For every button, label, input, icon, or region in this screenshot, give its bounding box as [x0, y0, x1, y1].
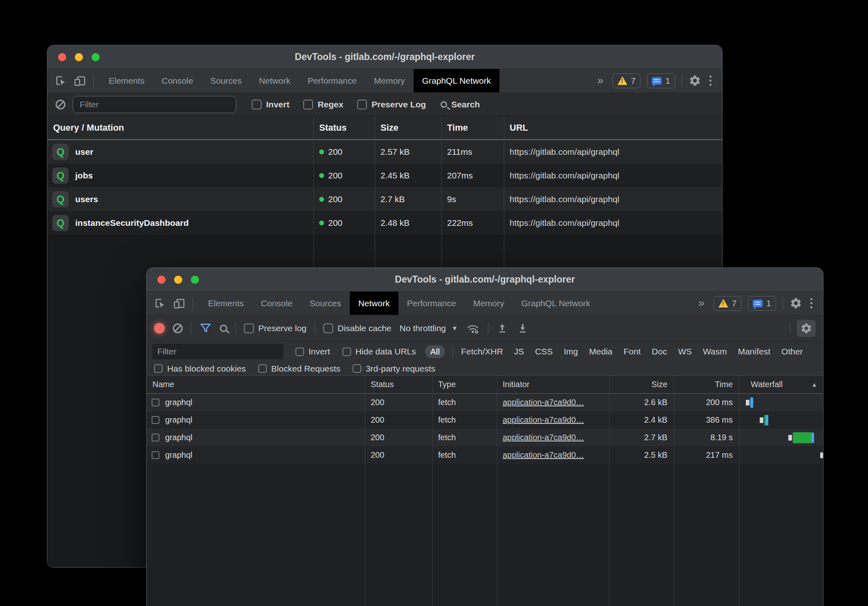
throttling-select[interactable]: No throttling ▼: [400, 323, 458, 333]
titlebar[interactable]: DevTools - gitlab.com/-/graphql-explorer: [47, 45, 722, 69]
close-button[interactable]: [58, 53, 66, 61]
column-header-size[interactable]: Size: [375, 123, 441, 133]
table-row[interactable]: Qusers 200 2.7 kB 9s https://gitlab.com/…: [47, 187, 722, 211]
preserve-log-checkbox[interactable]: [357, 100, 367, 109]
network-conditions-icon[interactable]: [466, 322, 480, 334]
preserve-log-toggle[interactable]: Preserve Log: [357, 100, 426, 109]
initiator-link[interactable]: application-a7ca9d0…: [497, 398, 609, 407]
type-filter-doc[interactable]: Doc: [652, 347, 667, 356]
initiator-link[interactable]: application-a7ca9d0…: [497, 433, 609, 442]
more-tabs-chevron-icon[interactable]: »: [696, 297, 707, 310]
tab-memory[interactable]: Memory: [465, 292, 513, 315]
network-settings-gear-icon[interactable]: [797, 320, 816, 337]
row-checkbox[interactable]: [152, 416, 159, 424]
hide-data-urls-toggle[interactable]: Hide data URLs: [342, 347, 416, 356]
row-checkbox[interactable]: [152, 451, 159, 459]
has-blocked-cookies-checkbox[interactable]: [154, 364, 163, 373]
initiator-link[interactable]: application-a7ca9d0…: [497, 450, 609, 460]
column-header-time[interactable]: Time: [441, 123, 504, 133]
column-header-size[interactable]: Size: [609, 380, 674, 389]
row-checkbox[interactable]: [152, 399, 159, 406]
export-har-icon[interactable]: [517, 323, 528, 334]
type-filter-ws[interactable]: WS: [678, 347, 692, 356]
row-checkbox[interactable]: [152, 434, 159, 441]
gear-icon[interactable]: [790, 297, 802, 310]
search-control[interactable]: Search: [441, 100, 480, 109]
tab-elements[interactable]: Elements: [199, 292, 253, 315]
invert-toggle[interactable]: Invert: [252, 100, 289, 109]
inspect-icon[interactable]: [154, 297, 166, 310]
tab-graphql-network[interactable]: GraphQL Network: [414, 69, 499, 92]
invert-checkbox[interactable]: [252, 100, 262, 109]
table-row[interactable]: Quser 200 2.57 kB 211ms https://gitlab.c…: [47, 140, 722, 164]
search-icon[interactable]: [220, 325, 227, 332]
device-toolbar-icon[interactable]: [173, 297, 186, 310]
filter-funnel-icon[interactable]: [199, 322, 212, 334]
tab-console[interactable]: Console: [253, 292, 301, 315]
column-header-status[interactable]: Status: [365, 380, 432, 389]
table-row[interactable]: Qjobs 200 2.45 kB 207ms https://gitlab.c…: [47, 164, 722, 187]
tab-performance[interactable]: Performance: [398, 292, 465, 315]
type-filter-manifest[interactable]: Manifest: [738, 347, 770, 356]
device-toolbar-icon[interactable]: [74, 75, 87, 87]
column-header-status[interactable]: Status: [313, 123, 375, 133]
column-header-time[interactable]: Time: [674, 380, 739, 389]
table-row[interactable]: graphql 200 fetch application-a7ca9d0… 2…: [147, 411, 823, 429]
preserve-log-checkbox[interactable]: [244, 323, 254, 333]
tab-performance[interactable]: Performance: [299, 69, 365, 92]
filter-input[interactable]: [73, 96, 236, 113]
tab-sources[interactable]: Sources: [301, 292, 350, 315]
gear-icon[interactable]: [689, 74, 701, 87]
tab-graphql-network[interactable]: GraphQL Network: [513, 292, 599, 315]
table-row[interactable]: graphql 200 fetch application-a7ca9d0… 2…: [147, 429, 823, 446]
type-filter-wasm[interactable]: Wasm: [703, 347, 727, 356]
regex-toggle[interactable]: Regex: [303, 100, 343, 109]
type-filter-css[interactable]: CSS: [535, 347, 553, 356]
column-header-initiator[interactable]: Initiator: [497, 380, 609, 389]
tab-network[interactable]: Network: [350, 292, 398, 315]
third-party-requests-toggle[interactable]: 3rd-party requests: [353, 364, 435, 374]
tab-network[interactable]: Network: [251, 69, 299, 92]
type-filter-img[interactable]: Img: [564, 347, 578, 356]
inspect-icon[interactable]: [55, 75, 67, 87]
zoom-button[interactable]: [191, 276, 199, 284]
third-party-requests-checkbox[interactable]: [353, 364, 361, 373]
hide-data-urls-checkbox[interactable]: [342, 348, 351, 356]
kebab-menu-icon[interactable]: [708, 76, 713, 86]
has-blocked-cookies-toggle[interactable]: Has blocked cookies: [154, 364, 246, 374]
clear-icon[interactable]: [56, 100, 65, 109]
table-row[interactable]: graphql 200 fetch application-a7ca9d0… 2…: [147, 394, 823, 411]
type-filter-fetch-xhr[interactable]: Fetch/XHR: [461, 347, 503, 356]
invert-toggle[interactable]: Invert: [295, 347, 330, 356]
disable-cache-checkbox[interactable]: [323, 323, 333, 333]
filter-input[interactable]: [152, 344, 283, 359]
kebab-menu-icon[interactable]: [809, 298, 814, 308]
type-filter-other[interactable]: Other: [781, 347, 803, 356]
type-filter-media[interactable]: Media: [589, 347, 613, 356]
blocked-requests-checkbox[interactable]: [258, 364, 267, 373]
column-header-waterfall[interactable]: Waterfall ▲: [739, 380, 823, 389]
tab-console[interactable]: Console: [153, 69, 202, 92]
warnings-badge[interactable]: 7: [714, 296, 742, 311]
issues-badge[interactable]: 1: [748, 296, 776, 311]
minimize-button[interactable]: [174, 276, 182, 284]
initiator-link[interactable]: application-a7ca9d0…: [497, 415, 609, 425]
minimize-button[interactable]: [75, 53, 83, 61]
issues-badge[interactable]: 1: [647, 74, 675, 88]
zoom-button[interactable]: [92, 53, 100, 61]
column-header-query-mutation[interactable]: Query / Mutation: [47, 123, 313, 133]
more-tabs-chevron-icon[interactable]: »: [595, 74, 606, 87]
clear-icon[interactable]: [173, 323, 183, 333]
regex-checkbox[interactable]: [303, 100, 313, 109]
record-icon[interactable]: [154, 323, 165, 334]
tab-elements[interactable]: Elements: [100, 69, 153, 92]
column-header-name[interactable]: Name: [147, 380, 365, 389]
column-header-type[interactable]: Type: [432, 380, 497, 389]
table-row[interactable]: QinstanceSecurityDashboard 200 2.48 kB 2…: [47, 211, 722, 235]
titlebar[interactable]: DevTools - gitlab.com/-/graphql-explorer: [147, 268, 823, 292]
warnings-badge[interactable]: 7: [613, 74, 641, 88]
tab-sources[interactable]: Sources: [202, 69, 251, 92]
type-filter-all[interactable]: All: [425, 345, 445, 358]
import-har-icon[interactable]: [497, 323, 508, 334]
table-row[interactable]: graphql 200 fetch application-a7ca9d0… 2…: [147, 446, 823, 464]
